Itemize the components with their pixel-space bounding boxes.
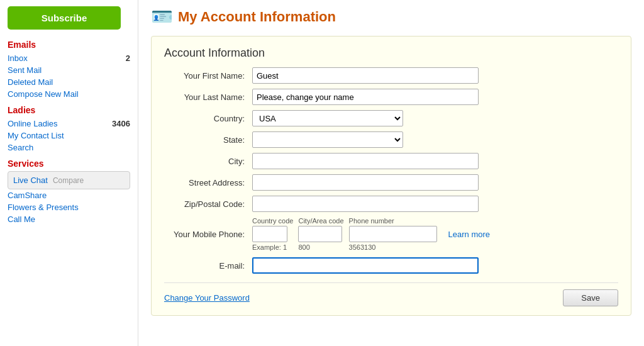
area-example: 800 <box>298 243 309 251</box>
sidebar-item-sent-mail[interactable]: Sent Mail <box>8 64 130 76</box>
sidebar-item-contact-list[interactable]: My Contact List <box>8 130 130 142</box>
learn-more-link[interactable]: Learn more <box>448 230 490 239</box>
city-row: City: <box>164 153 618 169</box>
last-name-row: Your Last Name: <box>164 89 618 105</box>
live-chat-compare-box: Live Chat Compare <box>8 171 130 189</box>
sidebar-item-flowers[interactable]: Flowers & Presents <box>8 201 130 213</box>
zip-row: Zip/Postal Code: <box>164 196 618 212</box>
street-input[interactable] <box>252 174 479 191</box>
street-row: Street Address: <box>164 174 618 191</box>
change-password-button[interactable]: Change Your Password <box>164 293 250 303</box>
country-row: Country: USA Canada UK Australia Germany… <box>164 110 618 126</box>
first-name-label: Your First Name: <box>164 71 252 81</box>
form-bottom: Change Your Password Save <box>164 282 618 306</box>
zip-label: Zip/Postal Code: <box>164 199 252 209</box>
email-input[interactable] <box>252 257 479 274</box>
email-row: E-mail: <box>164 257 618 274</box>
state-select[interactable] <box>252 131 403 148</box>
area-code-sub: City/Area code 800 <box>298 217 343 251</box>
cc-example: Example: 1 <box>252 243 287 251</box>
services-section-title: Services <box>8 159 130 169</box>
last-name-input[interactable] <box>252 89 479 105</box>
street-label: Street Address: <box>164 178 252 187</box>
sidebar-item-search[interactable]: Search <box>8 142 130 153</box>
mobile-phone-label: Your Mobile Phone: <box>164 230 252 239</box>
sidebar-item-call-me[interactable]: Call Me <box>8 213 130 225</box>
first-name-input[interactable] <box>252 67 479 84</box>
city-label: City: <box>164 157 252 166</box>
sidebar-item-deleted-mail[interactable]: Deleted Mail <box>8 76 130 88</box>
area-code-label: City/Area code <box>298 217 343 225</box>
country-code-label: Country code <box>252 217 293 225</box>
sidebar-item-compose[interactable]: Compose New Mail <box>8 88 130 100</box>
save-button[interactable]: Save <box>563 289 618 306</box>
phone-example: 3563130 <box>349 243 376 251</box>
country-code-input[interactable] <box>252 226 287 242</box>
sidebar-item-inbox[interactable]: Inbox 2 <box>8 52 130 64</box>
area-code-input[interactable] <box>298 226 342 242</box>
sidebar-item-online-ladies[interactable]: Online Ladies 3406 <box>8 118 130 130</box>
country-label: Country: <box>164 114 252 123</box>
ladies-section-title: Ladies <box>8 105 130 115</box>
sidebar: Subscribe Emails Inbox 2 Sent Mail Delet… <box>0 0 138 346</box>
mobile-phone-row: Your Mobile Phone: Country code Example:… <box>164 217 618 251</box>
state-label: State: <box>164 135 252 145</box>
state-row: State: <box>164 131 618 148</box>
page-title: My Account Information <box>178 9 336 25</box>
city-input[interactable] <box>252 153 479 169</box>
account-icon: 🪪 <box>151 6 173 27</box>
phone-number-sub: Phone number 3563130 <box>349 217 437 251</box>
account-info-card: Account Information Your First Name: You… <box>151 36 631 316</box>
email-label: E-mail: <box>164 261 252 271</box>
first-name-row: Your First Name: <box>164 67 618 84</box>
last-name-label: Your Last Name: <box>164 92 252 102</box>
phone-number-label: Phone number <box>349 217 394 225</box>
subscribe-button[interactable]: Subscribe <box>8 6 121 30</box>
phone-group: Country code Example: 1 City/Area code 8… <box>252 217 490 251</box>
sidebar-item-live-chat[interactable]: Live Chat <box>13 174 48 186</box>
emails-section-title: Emails <box>8 40 130 50</box>
country-select[interactable]: USA Canada UK Australia Germany France <box>252 110 403 126</box>
sidebar-item-camshare[interactable]: CamShare <box>8 189 130 201</box>
form-card-title: Account Information <box>164 47 618 60</box>
phone-number-input[interactable] <box>349 226 437 242</box>
page-header: 🪪 My Account Information <box>151 6 631 27</box>
country-code-sub: Country code Example: 1 <box>252 217 293 251</box>
zip-input[interactable] <box>252 196 479 212</box>
main-content: 🪪 My Account Information Account Informa… <box>138 0 644 346</box>
